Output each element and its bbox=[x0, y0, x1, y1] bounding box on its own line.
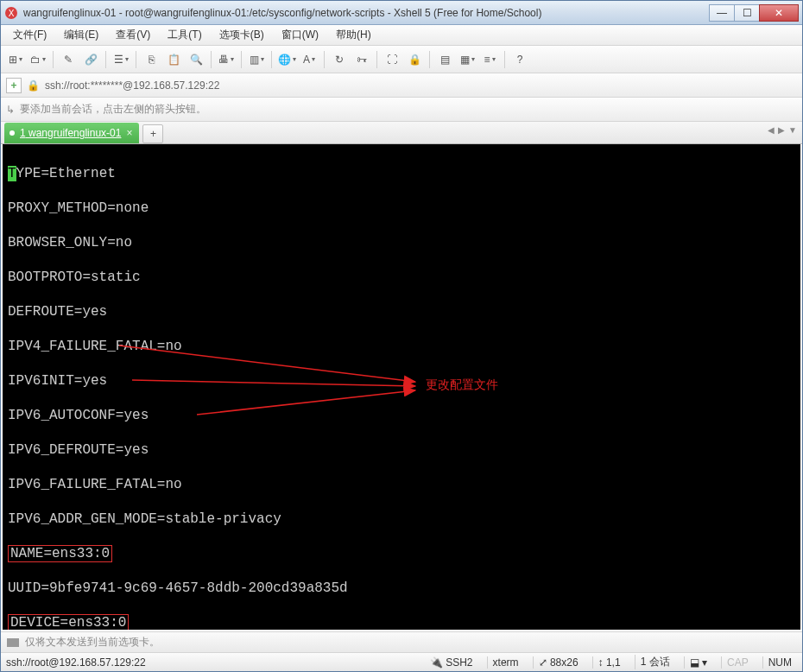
status-dropdown-icon[interactable]: ⬓ ▾ bbox=[684, 656, 712, 669]
status-num: NUM bbox=[762, 656, 797, 669]
menu-help[interactable]: 帮助(H) bbox=[331, 26, 376, 44]
tab-nav: ◀ ▶ ▼ bbox=[768, 125, 797, 135]
close-button[interactable]: ✕ bbox=[759, 4, 799, 22]
menubar: 文件(F) 编辑(E) 查看(V) 工具(T) 选项卡(B) 窗口(W) 帮助(… bbox=[1, 25, 802, 46]
app-icon: X bbox=[4, 6, 18, 20]
status-connection: ssh://root@192.168.57.129:22 bbox=[6, 656, 416, 669]
svg-text:X: X bbox=[9, 9, 15, 18]
open-button[interactable]: 🗀 bbox=[28, 50, 47, 69]
font-button[interactable]: A bbox=[300, 50, 319, 69]
svg-rect-5 bbox=[7, 638, 19, 647]
terminal-line: PROXY_METHOD=none bbox=[8, 200, 795, 217]
separator-icon bbox=[105, 51, 106, 68]
titlebar: X wangruifenglinux-01 - root@wangruifeng… bbox=[1, 1, 802, 25]
language-button[interactable]: 🌐 bbox=[277, 50, 296, 69]
minimize-button[interactable]: — bbox=[709, 4, 735, 22]
status-size: ⤢ 88x26 bbox=[533, 656, 584, 669]
status-bar: ssh://root@192.168.57.129:22 🔌 SSH2 xter… bbox=[1, 652, 802, 671]
list-button[interactable]: ≡ bbox=[480, 50, 499, 69]
separator-icon bbox=[136, 51, 136, 68]
terminal[interactable]: TYPE=Ethernet PROXY_METHOD=none BROWSER_… bbox=[1, 144, 802, 631]
tab-index: 1 bbox=[20, 127, 26, 139]
menu-edit[interactable]: 编辑(E) bbox=[59, 26, 104, 44]
column-button[interactable]: ▥ bbox=[247, 50, 266, 69]
window-root: X wangruifenglinux-01 - root@wangruifeng… bbox=[0, 0, 803, 672]
layout-button[interactable]: ▤ bbox=[435, 50, 454, 69]
key-button[interactable]: 🗝 bbox=[352, 50, 371, 69]
tab-nav-right-icon[interactable]: ▶ bbox=[778, 125, 785, 135]
fullscreen-button[interactable]: ⛶ bbox=[383, 50, 402, 69]
menu-view[interactable]: 查看(V) bbox=[111, 26, 155, 44]
print-button[interactable]: 🖶 bbox=[217, 50, 236, 69]
terminal-line: BOOTPROTO=static bbox=[8, 269, 795, 286]
reconnect-button[interactable]: 🔗 bbox=[81, 50, 100, 69]
annotation-label: 更改配置文件 bbox=[426, 376, 498, 393]
terminal-line: IPV6_AUTOCONF=yes bbox=[8, 407, 795, 424]
menu-tools[interactable]: 工具(T) bbox=[162, 26, 206, 44]
status-sessions: 1 会话 bbox=[635, 655, 675, 669]
tab-close-button[interactable]: × bbox=[126, 127, 132, 139]
window-buttons: — ☐ ✕ bbox=[710, 4, 799, 22]
paste-button[interactable]: 📋 bbox=[164, 50, 183, 69]
separator-icon bbox=[271, 51, 272, 68]
separator-icon bbox=[429, 51, 430, 68]
terminal-line: IPV6_DEFROUTE=yes bbox=[8, 441, 795, 459]
separator-icon bbox=[241, 51, 242, 68]
status-term: xterm bbox=[487, 656, 524, 669]
add-session-button[interactable]: + bbox=[6, 78, 22, 93]
terminal-line: IPV6_ADDR_GEN_MODE=stable-privacy bbox=[8, 510, 795, 528]
tile-button[interactable]: ▦ bbox=[458, 50, 477, 69]
highlight-box: DEVICE=ens33:0 bbox=[8, 614, 129, 631]
address-bar: + 🔒 ssh://root:********@192.168.57.129:2… bbox=[1, 73, 802, 98]
terminal-line: NAME=ens33:0 bbox=[8, 545, 795, 562]
window-title: wangruifenglinux-01 - root@wangruifengli… bbox=[23, 7, 710, 19]
refresh-button[interactable]: ↻ bbox=[330, 50, 349, 69]
hint-text: 要添加当前会话，点击左侧的箭头按钮。 bbox=[20, 102, 206, 117]
terminal-line: DEFROUTE=yes bbox=[8, 303, 795, 320]
address-text[interactable]: ssh://root:********@192.168.57.129:22 bbox=[45, 79, 797, 92]
send-bar: 仅将文本发送到当前选项卡。 bbox=[1, 631, 802, 652]
separator-icon bbox=[324, 51, 325, 68]
terminal-line: IPV4_FAILURE_FATAL=no bbox=[8, 338, 795, 355]
terminal-line: DEVICE=ens33:0 bbox=[8, 614, 795, 631]
highlight-box: NAME=ens33:0 bbox=[8, 545, 112, 562]
terminal-line: BROWSER_ONLY=no bbox=[8, 234, 795, 251]
status-position: ↕ 1,1 bbox=[592, 656, 626, 669]
lock-icon: 🔒 bbox=[27, 79, 40, 92]
toolbar: ⊞ 🗀 ✎ 🔗 ☰ ⎘ 📋 🔍 🖶 ▥ 🌐 A ↻ 🗝 ⛶ 🔒 ▤ ▦ ≡ ? bbox=[1, 46, 802, 73]
highlight-button[interactable]: ✎ bbox=[59, 50, 78, 69]
new-tab-button[interactable]: + bbox=[142, 124, 163, 143]
hint-arrow-icon: ↳ bbox=[6, 104, 15, 116]
connected-dot-icon bbox=[9, 130, 15, 136]
menu-tabs[interactable]: 选项卡(B) bbox=[214, 26, 269, 44]
terminal-line: IPV6INIT=yes bbox=[8, 372, 795, 390]
maximize-button[interactable]: ☐ bbox=[734, 4, 760, 22]
tab-nav-menu-icon[interactable]: ▼ bbox=[788, 125, 797, 135]
status-caps: CAP bbox=[721, 656, 754, 669]
separator-icon bbox=[376, 51, 377, 68]
terminal-line: TYPE=Ethernet bbox=[8, 165, 795, 182]
copy-button[interactable]: ⎘ bbox=[142, 50, 161, 69]
send-bar-text: 仅将文本发送到当前选项卡。 bbox=[25, 635, 160, 650]
menu-window[interactable]: 窗口(W) bbox=[276, 26, 324, 44]
separator-icon bbox=[504, 51, 505, 68]
find-button[interactable]: 🔍 bbox=[187, 50, 205, 69]
tab-bar: 1 wangruifenglinux-01 × + ◀ ▶ ▼ bbox=[1, 122, 802, 144]
terminal-line: UUID=9bfe9741-9c69-4657-8ddb-200cd39a835… bbox=[8, 580, 795, 597]
properties-button[interactable]: ☰ bbox=[111, 50, 130, 69]
terminal-line: IPV6_FAILURE_FATAL=no bbox=[8, 476, 795, 493]
help-button[interactable]: ? bbox=[510, 50, 529, 69]
status-ssh: 🔌 SSH2 bbox=[425, 656, 478, 669]
tab-label: wangruifenglinux-01 bbox=[28, 127, 121, 139]
tab-nav-left-icon[interactable]: ◀ bbox=[768, 125, 775, 135]
send-icon bbox=[6, 636, 20, 650]
session-tab[interactable]: 1 wangruifenglinux-01 × bbox=[4, 123, 139, 143]
lock-button[interactable]: 🔒 bbox=[405, 50, 424, 69]
menu-file[interactable]: 文件(F) bbox=[8, 26, 52, 44]
hint-bar: ↳ 要添加当前会话，点击左侧的箭头按钮。 bbox=[1, 98, 802, 122]
new-session-button[interactable]: ⊞ bbox=[6, 50, 25, 69]
separator-icon bbox=[211, 51, 212, 68]
separator-icon bbox=[53, 51, 54, 68]
